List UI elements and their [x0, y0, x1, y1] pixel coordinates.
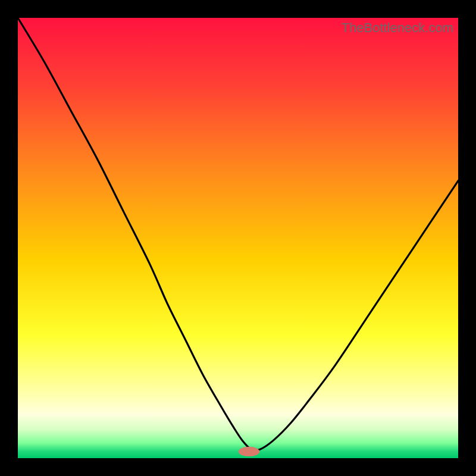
watermark-label: TheBottleneck.com	[342, 20, 453, 36]
chart-frame: TheBottleneck.com	[18, 18, 458, 458]
gradient-background	[18, 18, 458, 458]
bottleneck-chart	[18, 18, 458, 458]
minimum-marker	[239, 447, 260, 456]
